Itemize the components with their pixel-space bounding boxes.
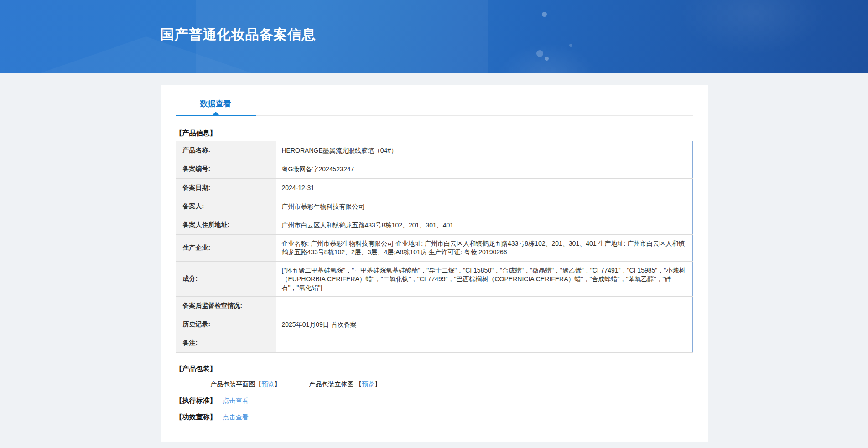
field-value: 2024-12-31	[276, 179, 692, 197]
field-value: 广州市白云区人和镇鹤龙五路433号8栋102、201、301、401	[276, 216, 692, 235]
packaging-3d-label: 产品包装立体图	[309, 381, 355, 388]
bracket-close: 】	[275, 381, 281, 388]
bracket-close: 】	[374, 381, 381, 388]
tab-bar: 数据查看	[176, 98, 693, 116]
packaging-3d-preview-link[interactable]: 预览	[362, 381, 374, 388]
table-row-product-name: 产品名称: HERORANGE墨翼流光眼线胶笔（04#）	[176, 141, 692, 160]
field-value: ["环五聚二甲基硅氧烷"，"三甲基硅烷氧基硅酸酯"，"异十二烷"，"CI 158…	[276, 261, 692, 297]
field-value: 2025年01月09日 首次备案	[276, 315, 692, 334]
packaging-previews: 产品包装平面图【预览】 产品包装立体图 【预览】	[211, 381, 693, 389]
decor-dot	[536, 50, 543, 57]
page-header-banner: 国产普通化妆品备案信息	[0, 0, 868, 73]
decor-glow-blob	[497, 43, 598, 73]
section-title-efficacy-claim: 【功效宣称】	[176, 413, 217, 421]
table-row-supervision-check: 备案后监督检查情况:	[176, 297, 692, 315]
product-info-table: 产品名称: HERORANGE墨翼流光眼线胶笔（04#） 备案编号: 粤G妆网备…	[176, 141, 693, 353]
field-value	[276, 297, 692, 315]
field-label: 备案日期:	[176, 179, 276, 197]
field-label: 生产企业:	[176, 235, 276, 262]
field-label: 备案人:	[176, 197, 276, 216]
efficacy-claim-row: 【功效宣称】 点击查看	[176, 413, 693, 422]
field-label: 备案人住所地址:	[176, 216, 276, 235]
table-row-filing-number: 备案编号: 粤G妆网备字2024523247	[176, 160, 692, 179]
field-label: 产品名称:	[176, 141, 276, 160]
field-label: 成分:	[176, 261, 276, 297]
decor-dot	[545, 57, 549, 61]
table-row-remarks: 备注:	[176, 334, 692, 353]
field-value: HERORANGE墨翼流光眼线胶笔（04#）	[276, 141, 692, 160]
section-title-packaging: 【产品包装】	[176, 365, 693, 373]
packaging-3d-view: 产品包装立体图 【预览】	[309, 381, 381, 389]
section-title-execution-standard: 【执行标准】	[176, 397, 217, 404]
table-row-filer-address: 备案人住所地址: 广州市白云区人和镇鹤龙五路433号8栋102、201、301、…	[176, 216, 692, 235]
table-row-filing-date: 备案日期: 2024-12-31	[176, 179, 692, 197]
table-row-filer: 备案人: 广州市慕彩生物科技有限公司	[176, 197, 692, 216]
page-title: 国产普通化妆品备案信息	[161, 0, 708, 44]
field-value: 粤G妆网备字2024523247	[276, 160, 692, 179]
field-label: 备案后监督检查情况:	[176, 297, 276, 315]
page-footer: 本站由国家药品监督管理局主办 版权所有 Copyright © NMPA All…	[0, 442, 868, 448]
execution-standard-row: 【执行标准】 点击查看	[176, 397, 693, 405]
section-title-product-info: 【产品信息】	[176, 129, 693, 138]
execution-standard-view-link[interactable]: 点击查看	[223, 397, 249, 404]
decor-dot	[569, 44, 572, 47]
table-row-ingredients: 成分: ["环五聚二甲基硅氧烷"，"三甲基硅烷氧基硅酸酯"，"异十二烷"，"CI…	[176, 261, 692, 297]
tab-data-view[interactable]: 数据查看	[176, 98, 256, 116]
field-label: 备注:	[176, 334, 276, 353]
packaging-flat-view: 产品包装平面图【预览】	[211, 381, 281, 389]
packaging-flat-preview-link[interactable]: 预览	[262, 381, 275, 388]
field-value	[276, 334, 692, 353]
content-card: 数据查看 【产品信息】 产品名称: HERORANGE墨翼流光眼线胶笔（04#）…	[161, 85, 708, 442]
field-label: 备案编号:	[176, 160, 276, 179]
field-value: 广州市慕彩生物科技有限公司	[276, 197, 692, 216]
efficacy-claim-view-link[interactable]: 点击查看	[223, 413, 249, 421]
packaging-flat-label: 产品包装平面图	[211, 381, 255, 388]
bracket-open: 【	[255, 381, 262, 388]
field-value: 企业名称: 广州市慕彩生物科技有限公司 企业地址: 广州市白云区人和镇鹤龙五路4…	[276, 235, 692, 262]
field-label: 历史记录:	[176, 315, 276, 334]
table-row-manufacturer: 生产企业: 企业名称: 广州市慕彩生物科技有限公司 企业地址: 广州市白云区人和…	[176, 235, 692, 262]
table-row-history: 历史记录: 2025年01月09日 首次备案	[176, 315, 692, 334]
bracket-open: 【	[355, 381, 362, 388]
